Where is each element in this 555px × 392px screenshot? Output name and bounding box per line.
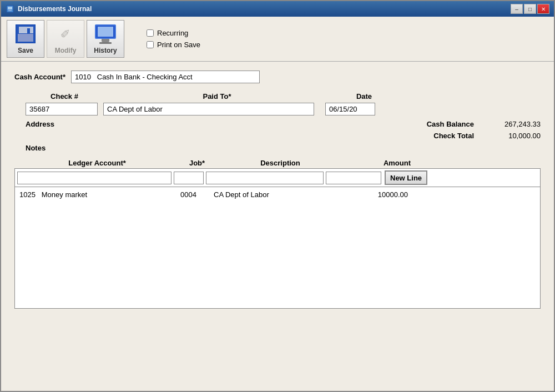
paid-to-label: Paid To* (203, 92, 231, 100)
save-button[interactable]: Save (7, 20, 44, 58)
toolbar: Save ✏ Modify (1, 17, 554, 62)
row-amount: 10000.00 (341, 190, 408, 199)
recurring-checkbox[interactable] (147, 29, 154, 37)
toolbar-options: Recurring Print on Save (147, 29, 200, 49)
close-button[interactable]: ✕ (537, 4, 549, 14)
amount-col-header: Amount (384, 159, 411, 167)
modify-button[interactable]: ✏ Modify (47, 20, 84, 58)
print-on-save-checkbox[interactable] (147, 41, 154, 48)
history-label: History (94, 47, 117, 54)
check-total-label: Check Total (407, 132, 474, 140)
job-input[interactable] (174, 172, 204, 184)
description-input[interactable] (206, 172, 324, 184)
check-input[interactable] (26, 103, 98, 115)
cash-balance-value: 267,243.33 (485, 120, 541, 128)
check-total-value: 10,000.00 (485, 132, 541, 140)
ledger-section: Ledger Account* Job* Description Amount … (14, 159, 541, 309)
cash-account-input[interactable] (71, 71, 260, 83)
new-line-button[interactable]: New Line (385, 170, 427, 185)
check-label: Check # (51, 92, 78, 100)
ledger-account-input[interactable] (17, 172, 171, 184)
notes-label: Notes (26, 144, 46, 152)
recurring-row: Recurring (147, 29, 200, 37)
print-on-save-label[interactable]: Print on Save (157, 41, 200, 49)
recurring-label[interactable]: Recurring (157, 29, 188, 37)
titlebar-left: Disbursements Journal (6, 4, 92, 13)
history-icon (94, 23, 117, 44)
toolbar-buttons: Save ✏ Modify (7, 20, 124, 58)
table-row: 1025 Money market 0004 CA Dept of Labor … (17, 189, 538, 200)
modify-label: Modify (55, 47, 77, 54)
date-input[interactable] (325, 103, 375, 115)
minimize-button[interactable]: – (511, 4, 523, 14)
job-col-header: Job* (189, 159, 205, 167)
main-window: Disbursements Journal – □ ✕ Save (0, 0, 555, 392)
address-label: Address (26, 120, 54, 128)
content-area: Cash Account* Check # Paid To* Date (1, 62, 554, 391)
ledger-col-header: Ledger Account* (68, 159, 126, 167)
cash-balance-label: Cash Balance (407, 120, 474, 128)
history-button[interactable]: History (87, 20, 124, 58)
cash-account-label: Cash Account* (14, 73, 65, 81)
cash-account-row: Cash Account* (14, 71, 541, 83)
modify-icon: ✏ (54, 23, 77, 44)
titlebar-controls: – □ ✕ (511, 4, 549, 14)
row-desc: CA Dept of Labor (214, 190, 341, 199)
amount-input[interactable] (326, 172, 381, 184)
print-on-save-row: Print on Save (147, 41, 200, 49)
maximize-button[interactable]: □ (524, 4, 536, 14)
row-job: 0004 (180, 190, 214, 199)
svg-rect-2 (8, 10, 12, 11)
save-label: Save (18, 47, 33, 54)
desc-col-header: Description (260, 159, 300, 167)
titlebar: Disbursements Journal – □ ✕ (1, 1, 554, 17)
row-ledger: 1025 Money market (19, 190, 180, 199)
window-title: Disbursements Journal (18, 5, 92, 13)
ledger-table: 1025 Money market 0004 CA Dept of Labor … (14, 187, 541, 309)
app-icon (6, 4, 14, 13)
paid-to-input[interactable] (103, 103, 314, 115)
date-label: Date (356, 92, 372, 100)
svg-rect-1 (8, 7, 12, 9)
save-icon (14, 23, 37, 44)
